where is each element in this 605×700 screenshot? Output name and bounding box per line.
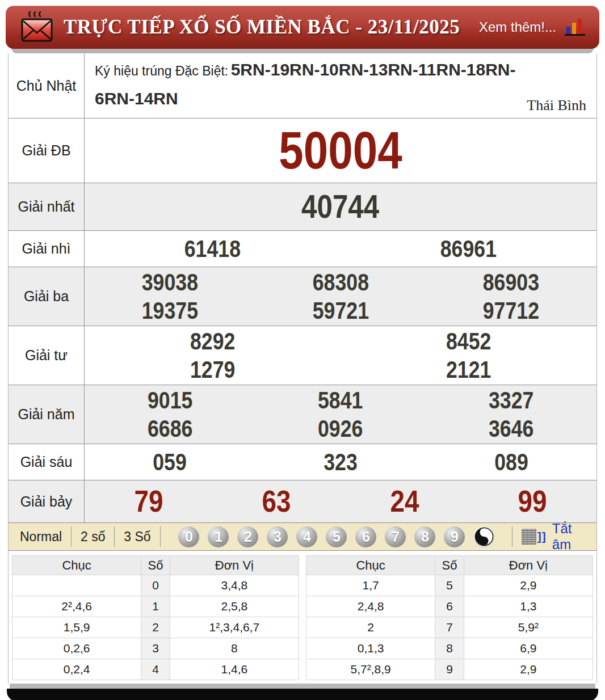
- toolbar-divider: [71, 526, 72, 547]
- units-cell: 5,9²: [464, 617, 593, 638]
- prize-number: 1279: [190, 356, 235, 384]
- prize-number: 8292: [190, 327, 235, 356]
- prize-number: 323: [323, 448, 358, 476]
- province-label: Thái Bình: [527, 97, 586, 114]
- bottom-shadow-bar: [7, 689, 598, 700]
- stats-row: 0,2,6 3 8: [12, 638, 299, 659]
- bar-chart-icon[interactable]: [564, 18, 586, 37]
- stats-row: 1,7 5 2,9: [306, 575, 593, 596]
- digit-cell: 9: [435, 659, 464, 680]
- mode-tab-2so[interactable]: 2 số: [81, 529, 105, 545]
- prize-number: 9015: [148, 386, 192, 415]
- mute-control[interactable]: ]] Tắt âm: [503, 521, 596, 553]
- digit-ball-3[interactable]: 3: [267, 526, 288, 547]
- mode-tab-normal[interactable]: Normal: [20, 529, 62, 545]
- stats-row: 2,4,8 6 1,3: [306, 596, 593, 617]
- units-cell: 1²,3,4,6,7: [170, 617, 299, 638]
- prize-label-sixth: Giải sáu: [9, 444, 85, 480]
- tens-cell: 0,2,6: [12, 638, 141, 659]
- tens-cell: 2²,4,6: [12, 596, 141, 617]
- symbol-row: Chủ Nhật Ký hiệu trúng Đặc Biệt: 5RN-19R…: [9, 53, 596, 118]
- prize-number: 8452: [446, 327, 491, 356]
- digit-ball-7[interactable]: 7: [385, 526, 406, 547]
- sound-wave-icon: ]]: [537, 530, 547, 543]
- toolbar-divider: [114, 526, 115, 547]
- stats-row: 0,2,4 4 1,4,6: [12, 659, 299, 680]
- stats-row: 2²,4,6 1 2,5,8: [12, 596, 299, 617]
- digit-cell: 2: [141, 617, 170, 638]
- toolbar: Normal 2 số 3 Số 0 1 2 3 4 5 6 7 8 9: [9, 522, 596, 551]
- prize-number: 0926: [318, 415, 363, 443]
- prize-label-third: Giải ba: [9, 267, 85, 326]
- stats-row: 2 7 5,9²: [306, 617, 593, 638]
- units-cell: 3,4,8: [170, 575, 299, 596]
- prize-number: 089: [494, 448, 528, 476]
- col-header-digit: Số: [141, 556, 170, 575]
- stats-row: 1,5,9 2 1²,3,4,6,7: [12, 617, 299, 638]
- col-header-units: Đơn Vị: [170, 556, 299, 575]
- units-cell: 1,4,6: [170, 659, 299, 680]
- prize-row-third: Giải ba 39038 68308 86903 19375 59721 97…: [9, 267, 596, 326]
- stats-row: 0 3,4,8: [12, 575, 299, 596]
- digit-ball-8[interactable]: 8: [414, 526, 435, 547]
- prize-row-first: Giải nhất 40744: [9, 183, 596, 230]
- digit-ball-5[interactable]: 5: [326, 526, 347, 547]
- prize-row-fourth: Giải tư 8292 8452 1279 2121: [9, 326, 596, 385]
- tens-cell: 2: [306, 617, 435, 638]
- tens-cell: 1,5,9: [12, 617, 141, 638]
- digit-cell: 5: [435, 575, 464, 596]
- see-more-link[interactable]: Xem thêm!...: [479, 19, 556, 35]
- prize-label-special: Giải ĐB: [9, 119, 85, 183]
- prize-number: 79: [134, 483, 163, 520]
- units-cell: 6,9: [464, 638, 593, 659]
- mute-button[interactable]: Tắt âm: [552, 521, 584, 553]
- digit-cell: 4: [141, 659, 170, 680]
- units-cell: 2,9: [464, 659, 593, 680]
- symbol-prefix: Ký hiệu trúng Đặc Biệt:: [95, 64, 228, 78]
- tens-cell: 5,7²,8,9: [306, 659, 435, 680]
- prize-label-fourth: Giải tư: [9, 326, 85, 385]
- prize-number: 50004: [279, 120, 402, 182]
- prize-number: 59721: [312, 297, 368, 325]
- prize-number: 3646: [489, 415, 533, 443]
- digit-ball-group: 0 1 2 3 4 5 6 7 8 9: [178, 526, 503, 547]
- digit-ball-2[interactable]: 2: [237, 526, 258, 547]
- prize-number: 86903: [483, 268, 539, 297]
- lottery-widget: TRỰC TIẾP XỔ SỐ MIỀN BẮC - 23/11/2025 Xe…: [6, 6, 599, 700]
- stats-row: 0,1,3 8 6,9: [306, 638, 593, 659]
- prize-row-fifth: Giải năm 9015 5841 3327 6686 0926 3646: [9, 385, 596, 444]
- prize-number: 63: [262, 483, 291, 520]
- prize-number: 6686: [148, 415, 192, 443]
- bottom-ledge: [10, 684, 595, 689]
- mode-tab-3so[interactable]: 3 Số: [124, 529, 150, 545]
- tens-cell: 1,7: [306, 575, 435, 596]
- prize-label-second: Giải nhì: [9, 231, 85, 267]
- col-header-digit: Số: [435, 556, 464, 575]
- digit-cell: 1: [141, 596, 170, 617]
- col-header-tens: Chục: [12, 556, 141, 575]
- digit-ball-0[interactable]: 0: [178, 526, 199, 547]
- stats-row: 5,7²,8,9 9 2,9: [306, 659, 593, 680]
- prize-number: 39038: [142, 268, 198, 297]
- hot-mail-icon: [20, 11, 53, 43]
- digit-ball-9[interactable]: 9: [444, 526, 465, 547]
- prize-label-fifth: Giải năm: [9, 385, 85, 444]
- yin-yang-icon[interactable]: [473, 526, 494, 547]
- digit-ball-6[interactable]: 6: [355, 526, 376, 547]
- digit-ball-1[interactable]: 1: [208, 526, 229, 547]
- digit-cell: 0: [141, 575, 170, 596]
- prize-row-second: Giải nhì 61418 86961: [9, 230, 596, 267]
- digit-ball-4[interactable]: 4: [296, 526, 317, 547]
- prize-number: 2121: [446, 356, 491, 384]
- stats-header-row: Chục Số Đơn Vị: [306, 556, 593, 575]
- day-label: Chủ Nhật: [9, 53, 85, 118]
- digit-cell: 7: [435, 617, 464, 638]
- prize-row-special: Giải ĐB 50004: [9, 118, 596, 183]
- results-frame: Chủ Nhật Ký hiệu trúng Đặc Biệt: 5RN-19R…: [8, 53, 597, 684]
- stats-header-row: Chục Số Đơn Vị: [12, 556, 299, 575]
- prize-label-first: Giải nhất: [9, 183, 85, 230]
- prize-number: 3327: [489, 386, 533, 415]
- stats-table-left: Chục Số Đơn Vị 0 3,4,8 2²,4,6 1 2,5,8: [12, 555, 299, 680]
- units-cell: 1,3: [464, 596, 593, 617]
- speaker-static-icon[interactable]: [522, 529, 536, 545]
